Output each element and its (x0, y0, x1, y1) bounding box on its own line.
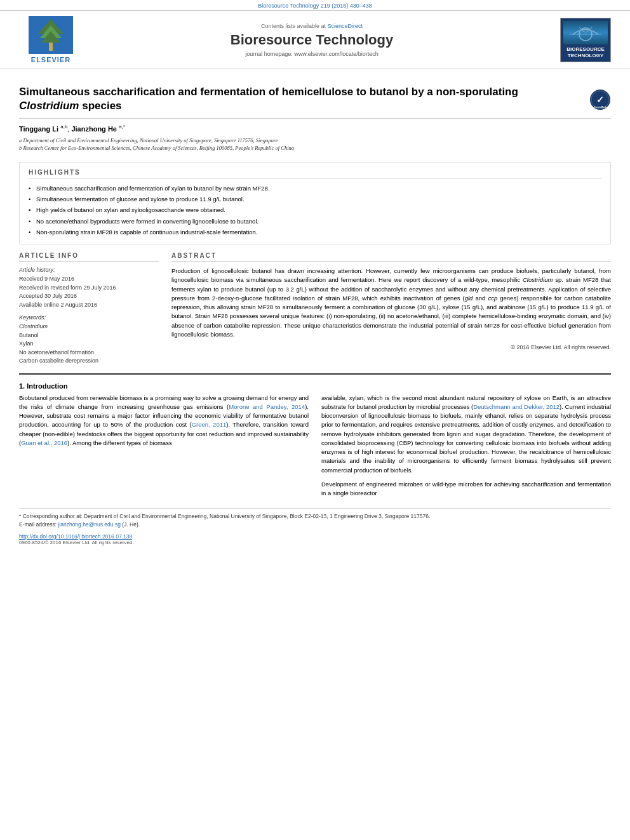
ref-deutschmann: Deutschmann and Dekker, 2012 (473, 403, 560, 410)
sciencedirect-info: Contents lists available at ScienceDirec… (89, 23, 535, 29)
revised-date: Received in revised form 29 July 2016 (19, 284, 159, 293)
authors-block: Tinggang Li a,b, Jianzhong He a,* (19, 119, 611, 135)
email-address[interactable]: jianzhong.he@nus.edu.sg (58, 521, 120, 528)
doi-block: http://dx.doi.org/10.1016/j.biortech.201… (19, 533, 611, 540)
section-number: 1. (19, 382, 25, 390)
abstract-italic-2: gld (465, 295, 473, 302)
intro-right-col: available, xylan, which is the second mo… (321, 394, 611, 498)
journal-cover-image: BIORESOURCETECHNOLOGY (560, 18, 611, 62)
highlights-section: HIGHLIGHTS Simultaneous saccharification… (19, 162, 611, 244)
highlight-item-5: Non-sporulating strain MF28 is capable o… (29, 227, 601, 237)
email-suffix: (J. He). (122, 521, 140, 528)
abstract-italic-1: Clostridium (523, 276, 553, 283)
intro-right-para2: Development of engineered microbes or wi… (321, 480, 611, 498)
article-title-block: Simultaneous saccharification and fermen… (19, 85, 589, 113)
elsevier-label-text: ELSEVIER (31, 56, 70, 63)
intro-left-col: Biobutanol produced from renewable bioma… (19, 394, 309, 498)
received-date: Received 9 May 2016 (19, 275, 159, 284)
journal-reference-text: Bioresource Technology 219 (2016) 430–43… (258, 3, 372, 9)
footer: * Corresponding author at: Department of… (19, 508, 611, 545)
info-abstract-section: ARTICLE INFO Article history: Received 9… (19, 252, 611, 366)
journal-reference: Bioresource Technology 219 (2016) 430–43… (0, 0, 630, 10)
section-title: Introduction (27, 382, 67, 390)
article-header: Simultaneous saccharification and fermen… (19, 76, 611, 119)
sciencedirect-label: Contents lists available at (261, 23, 326, 29)
author-sup-1: a,b (60, 124, 67, 130)
highlights-list: Simultaneous saccharification and fermen… (29, 183, 601, 237)
journal-title: Bioresource Technology (89, 32, 535, 48)
crossmark-icon: ✓ CrossMark (590, 90, 610, 110)
affiliation-b: b Research Center for Eco-Environmental … (19, 145, 611, 152)
keywords-label: Keywords: (19, 314, 159, 321)
keyword-1: Clostridium (19, 323, 159, 331)
journal-header: ELSEVIER Contents lists available at Sci… (0, 10, 630, 69)
sciencedirect-link[interactable]: ScienceDirect (328, 23, 363, 29)
keyword-4: No acetone/ethanol formation (19, 349, 159, 357)
keyword-3: Xylan (19, 340, 159, 349)
keyword-5: Carbon catabolite derepression (19, 357, 159, 366)
article-info-col: ARTICLE INFO Article history: Received 9… (19, 252, 159, 366)
footnote-text: * Corresponding author at: Department of… (19, 512, 611, 521)
abstract-small-d: D (236, 296, 239, 302)
author-name-1: Tinggang Li (19, 125, 58, 133)
ref-guan: Guan et al., 2016 (21, 439, 67, 446)
svg-rect-1 (49, 41, 53, 51)
cover-title-text: BIORESOURCETECHNOLOGY (566, 46, 605, 58)
highlight-item-1: Simultaneous saccharification and fermen… (29, 183, 601, 194)
journal-homepage-text: journal homepage: www.elsevier.com/locat… (245, 51, 379, 57)
svg-text:CrossMark: CrossMark (593, 105, 607, 109)
copyright-text: © 2016 Elsevier Ltd. All rights reserved… (171, 344, 611, 350)
journal-homepage: journal homepage: www.elsevier.com/locat… (89, 51, 535, 57)
intro-left-para1: Biobutanol produced from renewable bioma… (19, 394, 309, 448)
elsevier-logo-block: ELSEVIER (13, 16, 89, 63)
article-content: Simultaneous saccharification and fermen… (0, 69, 630, 552)
highlight-item-3: High yields of butanol on xylan and xylo… (29, 204, 601, 215)
crossmark-badge[interactable]: ✓ CrossMark (589, 88, 611, 110)
highlight-item-2: Simultaneous fermentation of glucose and… (29, 194, 601, 204)
intro-right-para1: available, xylan, which is the second mo… (321, 394, 611, 475)
abstract-title: ABSTRACT (171, 252, 611, 262)
introduction-heading: 1. Introduction (19, 382, 611, 390)
cover-image-block: BIORESOURCETECHNOLOGY (535, 18, 611, 62)
svg-text:✓: ✓ (596, 95, 604, 105)
introduction-body: Biobutanol produced from renewable bioma… (19, 394, 611, 498)
author-name-2: Jianzhong He (71, 125, 117, 133)
abstract-text: Production of lignocellulosic butanol ha… (171, 267, 611, 339)
ref-morone: Morone and Pandey, 2014 (229, 403, 305, 410)
email-label: E-mail address: (19, 521, 57, 528)
body-divider (19, 373, 611, 375)
elsevier-logo: ELSEVIER (13, 16, 89, 63)
accepted-date: Accepted 30 July 2016 (19, 292, 159, 301)
elsevier-tree-icon (29, 16, 73, 54)
affiliations-block: a Department of Civil and Environmental … (19, 135, 611, 154)
doi-link[interactable]: http://dx.doi.org/10.1016/j.biortech.201… (19, 533, 132, 540)
available-date: Available online 2 August 2016 (19, 301, 159, 310)
history-label: Article history: (19, 267, 159, 273)
article-title: Simultaneous saccharification and fermen… (19, 85, 576, 113)
abstract-italic-3: ccp (488, 295, 497, 302)
keyword-2: Butanol (19, 331, 159, 340)
article-title-italic: Clostridium (19, 100, 79, 112)
abstract-col: ABSTRACT Production of lignocellulosic b… (171, 252, 611, 366)
highlight-item-4: No acetone/ethanol byproducts were forme… (29, 216, 601, 227)
affiliation-a: a Department of Civil and Environmental … (19, 137, 611, 145)
article-info-title: ARTICLE INFO (19, 252, 159, 262)
corresponding-author-note: * Corresponding author at: Department of… (19, 513, 430, 519)
author-sup-2: a,* (119, 124, 125, 130)
highlights-title: HIGHLIGHTS (29, 169, 601, 179)
email-block: E-mail address: jianzhong.he@nus.edu.sg … (19, 521, 611, 529)
ref-green: Green, 2011 (192, 421, 227, 428)
issn-text: 0960-8524/© 2016 Elsevier Ltd. All right… (19, 540, 611, 545)
journal-title-block: Contents lists available at ScienceDirec… (89, 23, 535, 57)
